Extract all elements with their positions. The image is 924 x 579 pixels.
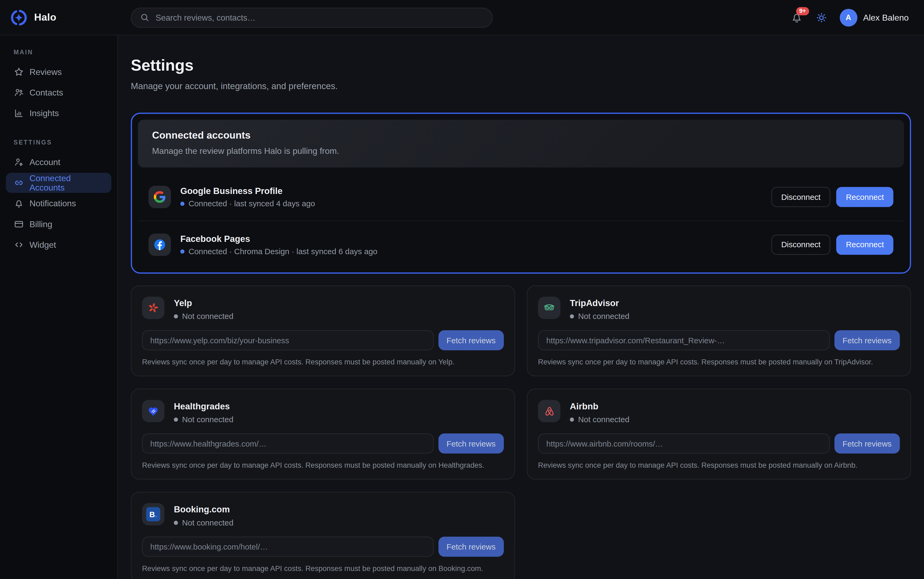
booking-icon: B. [142, 503, 165, 525]
platform-note: Reviews sync once per day to manage API … [142, 461, 504, 469]
connected-accounts-subtitle: Manage the review platforms Halo is pull… [152, 146, 890, 156]
sidebar: MAIN Reviews Contacts [0, 35, 118, 579]
sidebar-item-label: Insights [29, 109, 59, 118]
bell-icon [14, 198, 24, 209]
platform-note: Reviews sync once per day to manage API … [538, 461, 900, 469]
sidebar-section-main: MAIN Reviews Contacts [0, 48, 117, 123]
healthgrades-url-input[interactable] [142, 433, 433, 453]
fetch-reviews-button[interactable]: Fetch reviews [438, 330, 504, 350]
brand[interactable]: Halo [9, 8, 131, 27]
reconnect-button[interactable]: Reconnect [836, 187, 893, 207]
status-dot-disconnected [174, 314, 178, 318]
platform-name: TripAdvisor [570, 298, 629, 308]
connected-accounts-title: Connected accounts [152, 130, 890, 142]
platform-card-yelp: Yelp Not connected Fetch reviews Reviews… [131, 286, 515, 376]
halo-logo-icon [9, 8, 28, 27]
tripadvisor-icon [538, 297, 561, 319]
topbar: Halo 9+ [0, 0, 924, 35]
main-content: Settings Manage your account, integratio… [118, 35, 924, 579]
section-label-settings: SETTINGS [0, 139, 117, 151]
status-dot-disconnected [570, 418, 574, 422]
user-name: Alex Baleno [863, 13, 909, 22]
yelp-url-input[interactable] [142, 330, 433, 350]
platform-card-booking: B. Booking.com Not connected [131, 492, 515, 579]
platform-name: Booking.com [174, 504, 233, 514]
account-name: Google Business Profile [180, 186, 315, 196]
sidebar-item-label: Contacts [29, 88, 63, 97]
yelp-icon [142, 297, 165, 319]
account-status: Connected · last synced 4 days ago [189, 200, 315, 208]
account-name: Facebook Pages [180, 233, 377, 243]
sidebar-item-insights[interactable]: Insights [6, 103, 111, 123]
airbnb-icon [538, 400, 561, 422]
brand-name: Halo [34, 11, 56, 23]
sidebar-item-billing[interactable]: Billing [6, 214, 111, 234]
fetch-reviews-button[interactable]: Fetch reviews [438, 537, 504, 557]
section-label-main: MAIN [0, 48, 117, 61]
sidebar-item-reviews[interactable]: Reviews [6, 62, 111, 82]
status-dot-disconnected [570, 314, 574, 318]
healthgrades-icon [142, 400, 165, 422]
booking-url-input[interactable] [142, 537, 433, 557]
theme-toggle-button[interactable] [815, 11, 828, 24]
sidebar-item-label: Billing [29, 219, 52, 229]
link-icon [14, 177, 24, 188]
credit-card-icon [14, 219, 24, 229]
status-dot-disconnected [174, 521, 178, 525]
connected-accounts-header: Connected accounts Manage the review pla… [138, 119, 904, 167]
topbar-actions: 9+ A Alex Baleno [790, 8, 909, 26]
tripadvisor-url-input[interactable] [538, 330, 829, 350]
platform-status: Not connected [182, 312, 233, 321]
notifications-button[interactable]: 9+ [790, 11, 803, 24]
connected-accounts-card: Connected accounts Manage the review pla… [131, 113, 911, 274]
account-row-google: Google Business Profile Connected · last… [138, 173, 904, 221]
fetch-reviews-button[interactable]: Fetch reviews [834, 433, 900, 453]
sidebar-item-label: Account [29, 157, 60, 167]
platform-status: Not connected [578, 312, 629, 321]
user-menu[interactable]: A Alex Baleno [839, 8, 909, 26]
platform-status: Not connected [578, 415, 629, 424]
sidebar-item-account[interactable]: Account [6, 152, 111, 172]
avatar: A [839, 8, 857, 26]
account-status: Connected · Chroma Design · last synced … [189, 247, 377, 255]
sidebar-section-settings: SETTINGS Account Connected Accounts [0, 139, 117, 255]
reconnect-button[interactable]: Reconnect [836, 234, 893, 254]
search-icon [140, 12, 150, 22]
bar-chart-icon [14, 108, 24, 119]
page-title: Settings [131, 57, 911, 75]
status-dot-connected [180, 202, 184, 206]
fetch-reviews-button[interactable]: Fetch reviews [438, 433, 504, 453]
notification-badge: 9+ [796, 7, 809, 15]
airbnb-url-input[interactable] [538, 433, 829, 453]
contacts-icon [14, 87, 24, 98]
platform-grid: Yelp Not connected Fetch reviews Reviews… [131, 286, 911, 579]
code-icon [14, 239, 24, 250]
platform-card-tripadvisor: TripAdvisor Not connected Fetch reviews … [527, 286, 911, 376]
sidebar-item-notifications[interactable]: Notifications [6, 193, 111, 214]
disconnect-button[interactable]: Disconnect [771, 234, 830, 254]
platform-status: Not connected [182, 518, 233, 527]
platform-note: Reviews sync once per day to manage API … [538, 358, 900, 366]
user-gear-icon [14, 157, 24, 167]
platform-card-airbnb: Airbnb Not connected Fetch reviews Revie… [527, 389, 911, 479]
sidebar-item-connected-accounts[interactable]: Connected Accounts [6, 173, 111, 193]
search-input[interactable] [156, 13, 484, 22]
platform-note: Reviews sync once per day to manage API … [142, 358, 504, 366]
sidebar-item-contacts[interactable]: Contacts [6, 83, 111, 103]
platform-name: Airbnb [570, 401, 629, 411]
page-subtitle: Manage your account, integrations, and p… [131, 81, 911, 91]
fetch-reviews-button[interactable]: Fetch reviews [834, 330, 900, 350]
sidebar-item-label: Widget [29, 240, 56, 249]
google-icon [148, 186, 171, 208]
sidebar-item-widget[interactable]: Widget [6, 235, 111, 255]
search-bar[interactable] [131, 8, 492, 28]
sidebar-item-label: Notifications [29, 199, 76, 208]
account-row-facebook: Facebook Pages Connected · Chroma Design… [138, 221, 904, 268]
app-root: Halo 9+ [0, 0, 924, 579]
facebook-icon [148, 233, 171, 256]
sidebar-item-label: Connected Accounts [29, 173, 104, 192]
platform-name: Healthgrades [174, 401, 233, 411]
disconnect-button[interactable]: Disconnect [771, 187, 830, 207]
star-icon [14, 67, 24, 77]
platform-card-healthgrades: Healthgrades Not connected Fetch reviews… [131, 389, 515, 479]
